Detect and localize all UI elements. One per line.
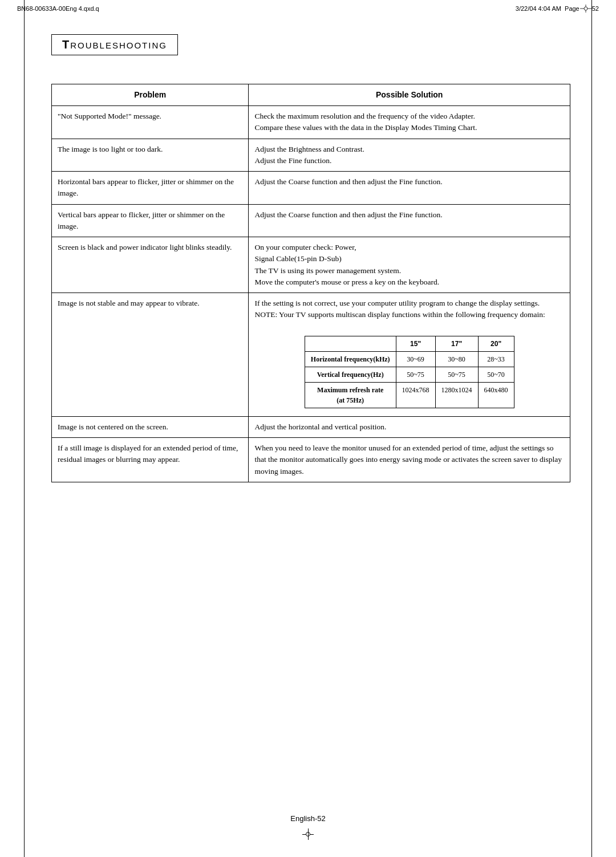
header-problem: Problem xyxy=(52,84,249,106)
freq-val-h-20: 28~33 xyxy=(478,351,514,367)
frequency-table: 15" 17" 20" Horizontal frequency(kHz) 30… xyxy=(305,336,514,408)
footer-crosshair xyxy=(302,828,314,840)
freq-val-h-15: 30~69 xyxy=(396,351,435,367)
problem-cell: Horizontal bars appear to flicker, jitte… xyxy=(52,172,249,205)
freq-val-v-15: 50~75 xyxy=(396,367,435,382)
freq-val-v-17: 50~75 xyxy=(435,367,478,382)
problem-cell: Image is not stable and may appear to vi… xyxy=(52,293,249,417)
date-text: 3/22/04 4:04 AM xyxy=(516,5,561,12)
solution-cell: When you need to leave the monitor unuse… xyxy=(249,438,570,482)
solution-cell: Adjust the Coarse function and then adju… xyxy=(249,172,570,205)
solution-cell: Check the maximum resolution and the fre… xyxy=(249,106,570,139)
footer-text: English-52 xyxy=(290,814,325,823)
solution-cell: If the setting is not correct, use your … xyxy=(249,293,570,417)
title-box: TROUBLESHOOTING xyxy=(51,34,178,55)
problem-cell: If a still image is displayed for an ext… xyxy=(52,438,249,482)
solution-cell: On your computer check: Power, Signal Ca… xyxy=(249,237,570,293)
right-margin-line xyxy=(591,0,592,857)
page-crosshair xyxy=(580,5,591,13)
table-row: The image is too light or too dark. Adju… xyxy=(52,139,570,172)
freq-header-empty xyxy=(305,336,396,351)
problem-cell: Screen is black and power indicator ligh… xyxy=(52,237,249,293)
freq-row-horizontal: Horizontal frequency(kHz) 30~69 30~80 28… xyxy=(305,351,514,367)
title-rest: ROUBLESHOOTING xyxy=(70,40,167,50)
solution-cell: Adjust the Coarse function and then adju… xyxy=(249,204,570,237)
freq-header-20: 20" xyxy=(478,336,514,351)
problem-cell: Vertical bars appear to flicker, jitter … xyxy=(52,204,249,237)
table-row: Vertical bars appear to flicker, jitter … xyxy=(52,204,570,237)
left-margin-line xyxy=(24,0,25,857)
page-label: Page xyxy=(565,5,579,12)
table-row: "Not Supported Mode!" message. Check the… xyxy=(52,106,570,139)
problem-cell: The image is too light or too dark. xyxy=(52,139,249,172)
freq-val-m-15: 1024x768 xyxy=(396,382,435,408)
freq-header-15: 15" xyxy=(396,336,435,351)
problem-cell: Image is not centered on the screen. xyxy=(52,416,249,437)
filename-text: BN68-00633A-00Eng 4.qxd.q xyxy=(17,5,516,12)
freq-header-row: 15" 17" 20" xyxy=(305,336,514,351)
freq-label-horizontal: Horizontal frequency(kHz) xyxy=(305,351,396,367)
freq-val-m-17: 1280x1024 xyxy=(435,382,478,408)
header-solution: Possible Solution xyxy=(249,84,570,106)
freq-val-v-20: 50~70 xyxy=(478,367,514,382)
solution-cell: Adjust the Brightness and Contrast. Adju… xyxy=(249,139,570,172)
problem-cell: "Not Supported Mode!" message. xyxy=(52,106,249,139)
table-row: Horizontal bars appear to flicker, jitte… xyxy=(52,172,570,205)
freq-val-h-17: 30~80 xyxy=(435,351,478,367)
freq-row-vertical: Vertical frequency(Hz) 50~75 50~75 50~70 xyxy=(305,367,514,382)
page-meta-header: BN68-00633A-00Eng 4.qxd.q 3/22/04 4:04 A… xyxy=(17,5,599,13)
page-footer: English-52 xyxy=(0,814,616,823)
page-number: 52 xyxy=(592,5,599,12)
solution-cell: Adjust the horizontal and vertical posit… xyxy=(249,416,570,437)
title-big-t: T xyxy=(62,38,70,51)
freq-header-17: 17" xyxy=(435,336,478,351)
table-row: Screen is black and power indicator ligh… xyxy=(52,237,570,293)
table-header-row: Problem Possible Solution xyxy=(52,84,570,106)
table-row: Image is not centered on the screen. Adj… xyxy=(52,416,570,437)
freq-val-m-20: 640x480 xyxy=(478,382,514,408)
table-row: If a still image is displayed for an ext… xyxy=(52,438,570,482)
footer-crosshair-circle xyxy=(306,832,310,836)
freq-row-max: Maximum refresh rate(at 75Hz) 1024x768 1… xyxy=(305,382,514,408)
svg-point-2 xyxy=(584,7,587,10)
freq-label-vertical: Vertical frequency(Hz) xyxy=(305,367,396,382)
main-content: TROUBLESHOOTING Problem Possible Solutio… xyxy=(51,34,570,482)
table-row: Image is not stable and may appear to vi… xyxy=(52,293,570,417)
page-title: TROUBLESHOOTING xyxy=(62,38,167,51)
freq-label-max: Maximum refresh rate(at 75Hz) xyxy=(305,382,396,408)
troubleshoot-table: Problem Possible Solution "Not Supported… xyxy=(51,84,570,482)
